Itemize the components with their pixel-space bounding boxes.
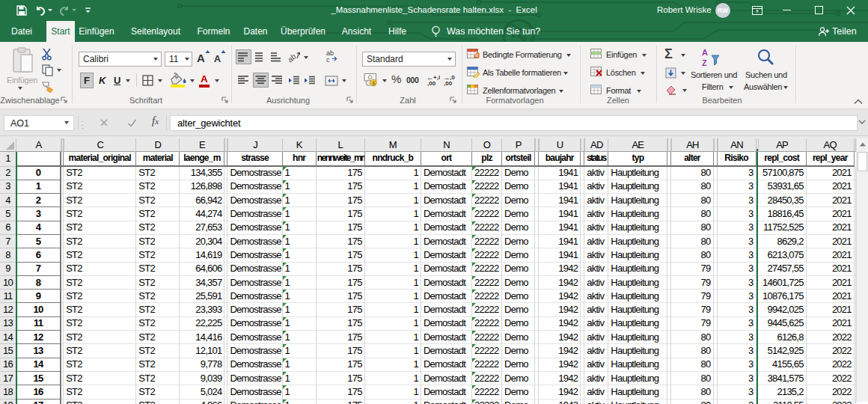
svg-text:A: A [702,48,708,57]
svg-text:c: c [326,56,330,63]
svg-text:+,0: +,0 [433,74,440,81]
svg-text:ab: ab [287,52,298,63]
svg-text:,00: ,00 [444,80,453,86]
svg-text:,0: ,0 [450,74,455,81]
svg-text:Z: Z [702,58,707,67]
svg-text:$: $ [372,80,376,87]
svg-text:,00: ,00 [427,80,436,86]
